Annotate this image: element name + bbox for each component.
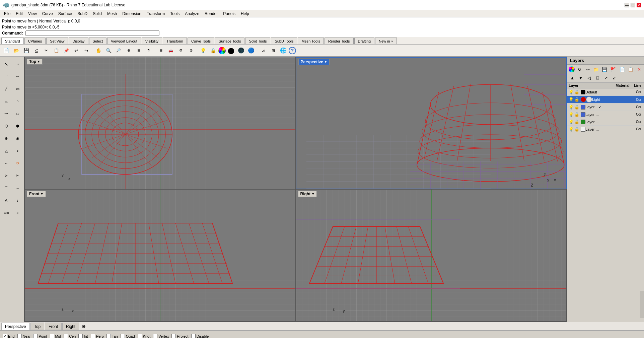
close-button[interactable]: ✕ xyxy=(637,3,641,7)
snap-button[interactable]: ⊿ xyxy=(259,46,268,55)
line-tool[interactable]: ╱ xyxy=(1,83,11,94)
knot-checkbox[interactable] xyxy=(138,334,142,338)
layer1-color[interactable] xyxy=(581,105,585,110)
tab-subd-tools[interactable]: SubD Tools xyxy=(271,38,297,44)
layer-tool-import[interactable]: ↙ xyxy=(611,74,618,81)
menu-help[interactable]: Help xyxy=(238,10,252,17)
tab-standard[interactable]: Standard xyxy=(1,38,24,44)
mesh-tool-2[interactable]: ⋄ xyxy=(12,145,23,156)
tab-display[interactable]: Display xyxy=(69,38,88,44)
layer2-color[interactable] xyxy=(581,112,585,117)
settings-btn-2[interactable]: ⊛ xyxy=(186,46,196,55)
layer4-color[interactable] xyxy=(581,127,585,132)
curve-tool[interactable]: 〜 xyxy=(1,108,11,119)
snap-to-tool[interactable]: ⊞⊞ xyxy=(1,207,11,218)
layer-light-name[interactable]: Light xyxy=(592,97,623,102)
layer-color-green[interactable] xyxy=(569,66,575,72)
dimension-tool[interactable]: ↕ xyxy=(12,195,23,206)
tab-transform[interactable]: Transform xyxy=(163,38,187,44)
vertex-checkbox[interactable] xyxy=(153,334,157,338)
car-icon[interactable]: 🚗 xyxy=(166,46,175,55)
layer-tool-save[interactable]: 💾 xyxy=(601,66,608,73)
layer-tool-chevron[interactable]: ◁ xyxy=(585,74,593,81)
layer-tool-pencil[interactable]: ✏ xyxy=(584,66,591,73)
rotate-view-button[interactable]: ↻ xyxy=(144,46,153,55)
minimize-button[interactable]: — xyxy=(625,3,629,7)
layer3-lock-icon[interactable]: 🔓 xyxy=(574,120,579,124)
layer3-name[interactable]: Layer ... xyxy=(585,120,623,124)
layer-default-color[interactable] xyxy=(581,90,585,94)
surface-tool[interactable]: ⬡ xyxy=(1,120,11,132)
menu-subd[interactable]: SubD xyxy=(75,10,90,17)
solid-tool[interactable]: ◉ xyxy=(12,133,23,144)
menu-surface[interactable]: Surface xyxy=(56,10,75,17)
menu-view[interactable]: View xyxy=(25,10,40,17)
tab-select[interactable]: Select xyxy=(89,38,107,44)
menu-transform[interactable]: Transform xyxy=(144,10,167,17)
window-controls[interactable]: — □ ✕ xyxy=(625,3,641,7)
ellipse-tool[interactable]: ⬭ xyxy=(12,108,23,119)
save-file-button[interactable]: 💾 xyxy=(21,46,31,55)
tab-cplanes[interactable]: CPlanes xyxy=(24,38,46,44)
tab-viewport-layout[interactable]: Viewport Layout xyxy=(107,38,141,44)
layer-tool-export[interactable]: ↗ xyxy=(602,74,610,81)
layer-tool-folder[interactable]: 📁 xyxy=(592,66,600,73)
menu-solid[interactable]: Solid xyxy=(90,10,104,17)
tan-checkbox[interactable] xyxy=(106,334,111,338)
menu-tools[interactable]: Tools xyxy=(167,10,182,17)
tab-drafting[interactable]: Drafting xyxy=(354,38,375,44)
layer-tool-delete[interactable]: ✕ xyxy=(635,66,643,73)
layer4-visible-icon[interactable]: 💡 xyxy=(569,127,574,132)
layer2-name[interactable]: Layer ... xyxy=(585,113,623,117)
vp-tab-front[interactable]: Front xyxy=(45,323,62,330)
zoom-window-button[interactable]: ⊞ xyxy=(134,46,143,55)
help-button[interactable]: ? xyxy=(289,47,296,54)
new-file-button[interactable]: 📄 xyxy=(1,46,11,55)
menu-dimension[interactable]: Dimension xyxy=(120,10,144,17)
world-btn[interactable]: 🌐 xyxy=(279,46,288,55)
print-button[interactable]: 🖨 xyxy=(31,46,41,55)
end-checkbox[interactable] xyxy=(3,334,7,338)
layer-light-visible-icon[interactable]: 💡 xyxy=(569,97,574,102)
layer-row-layer4[interactable]: 💡 🔓 Layer ... Cor xyxy=(567,126,644,133)
copy-button[interactable]: 📋 xyxy=(52,46,61,55)
point-checkbox[interactable] xyxy=(33,334,38,338)
paste-button[interactable]: 📌 xyxy=(62,46,71,55)
transform-move-tool[interactable]: ↔ xyxy=(1,157,11,169)
near-checkbox[interactable] xyxy=(17,334,22,338)
open-file-button[interactable]: 📂 xyxy=(11,46,21,55)
zoom-extents-button[interactable]: ⊕ xyxy=(124,46,133,55)
layer2-visible-icon[interactable]: 💡 xyxy=(569,112,574,117)
cut-button[interactable]: ✂ xyxy=(42,46,51,55)
zoom-out-button[interactable]: 🔎 xyxy=(114,46,123,55)
layer-tool-new2[interactable]: 📋 xyxy=(627,66,634,73)
layer-tool-filter[interactable]: ⊟ xyxy=(594,74,601,81)
select-tool[interactable]: ↖ xyxy=(1,58,11,70)
tab-solid-tools[interactable]: Solid Tools xyxy=(245,38,270,44)
layer-tool-flag[interactable]: 🚩 xyxy=(609,66,617,73)
vp-tab-perspective[interactable]: Perspective xyxy=(1,323,30,330)
fillet-tool[interactable]: ⌒ xyxy=(1,182,11,194)
menu-analyze[interactable]: Analyze xyxy=(182,10,202,17)
tab-mesh-tools[interactable]: Mesh Tools xyxy=(298,38,324,44)
layer4-lock-icon[interactable]: 🔓 xyxy=(574,127,579,132)
layer-default-name[interactable]: Default xyxy=(585,90,623,94)
transform-rotate-tool[interactable]: ↻ xyxy=(12,157,23,169)
layer-light-lock-icon[interactable]: 🔓 xyxy=(574,97,579,102)
vp-tab-right[interactable]: Right xyxy=(62,323,79,330)
viewport-front-label[interactable]: Front ▼ xyxy=(27,191,46,197)
light-bulb-button[interactable]: 💡 xyxy=(198,46,208,55)
tab-surface-tools[interactable]: Surface Tools xyxy=(215,38,244,44)
layer-row-layer1[interactable]: 💡 🔓 Layer... ✓ Cor xyxy=(567,104,644,111)
viewport-top-label[interactable]: Top ▼ xyxy=(27,59,43,65)
layer4-name[interactable]: Layer ... xyxy=(585,127,623,131)
vp-tab-top[interactable]: Top xyxy=(30,323,44,330)
more-tools[interactable]: » xyxy=(12,207,23,218)
int-checkbox[interactable] xyxy=(78,334,83,338)
viewport-front[interactable]: z x Front ▼ xyxy=(24,189,296,322)
undo-button[interactable]: ↩ xyxy=(72,46,81,55)
layer1-name[interactable]: Layer... ✓ xyxy=(585,105,623,109)
layer-tool-new[interactable]: 📄 xyxy=(619,66,626,73)
menu-render[interactable]: Render xyxy=(202,10,220,17)
layer2-lock-icon[interactable]: 🔓 xyxy=(574,112,579,117)
